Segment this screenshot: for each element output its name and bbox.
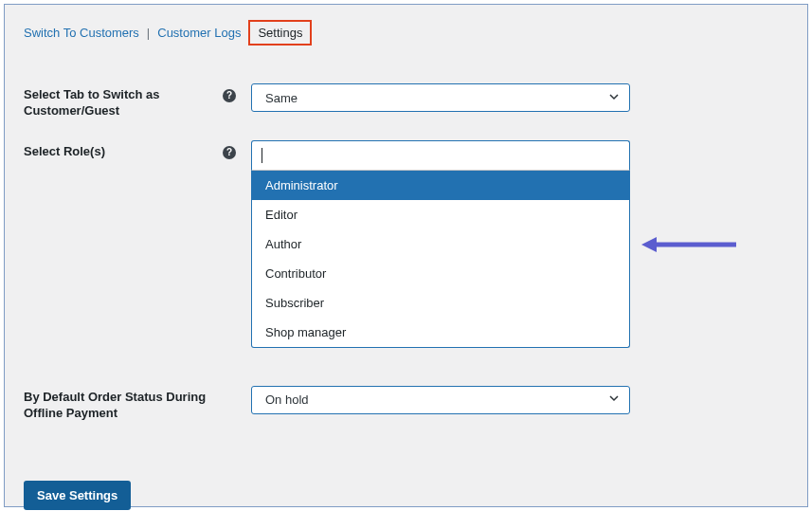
select-tab-switch-value: Same [265, 91, 298, 105]
role-option-contributor[interactable]: Contributor [252, 259, 629, 288]
row-order-status: By Default Order Status During Offline P… [24, 386, 788, 422]
tab-separator: | [147, 26, 150, 40]
label-order-status: By Default Order Status During Offline P… [24, 386, 223, 422]
save-settings-button[interactable]: Save Settings [24, 481, 131, 510]
chevron-down-icon [608, 91, 620, 105]
chevron-down-icon [608, 392, 620, 407]
tab-settings[interactable]: Settings [248, 20, 312, 46]
tab-switch-customers[interactable]: Switch To Customers [24, 26, 139, 40]
role-option-author[interactable]: Author [252, 229, 629, 259]
help-icon[interactable]: ? [223, 146, 236, 159]
label-tab-switch: Select Tab to Switch as Customer/Guest [24, 83, 223, 119]
select-order-status[interactable]: On hold [251, 386, 630, 414]
text-cursor [262, 148, 262, 163]
arrow-annotation-icon [641, 235, 736, 254]
tab-nav: Switch To Customers | Customer Logs Sett… [24, 20, 788, 46]
roles-dropdown: Administrator Editor Author Contributor … [251, 171, 630, 348]
label-roles: Select Role(s) [24, 140, 223, 160]
settings-panel: Switch To Customers | Customer Logs Sett… [4, 4, 808, 507]
help-icon[interactable]: ? [223, 89, 236, 102]
select-tab-switch[interactable]: Same [251, 83, 630, 112]
select-order-status-value: On hold [265, 392, 309, 407]
svg-marker-1 [641, 237, 657, 252]
role-option-editor[interactable]: Editor [252, 200, 629, 229]
role-option-shop-manager[interactable]: Shop manager [252, 318, 629, 347]
roles-search-input[interactable] [251, 140, 630, 171]
tab-customer-logs[interactable]: Customer Logs [157, 26, 241, 40]
role-option-subscriber[interactable]: Subscriber [252, 288, 629, 318]
row-tab-switch: Select Tab to Switch as Customer/Guest ?… [24, 83, 788, 119]
role-option-administrator[interactable]: Administrator [252, 171, 629, 200]
